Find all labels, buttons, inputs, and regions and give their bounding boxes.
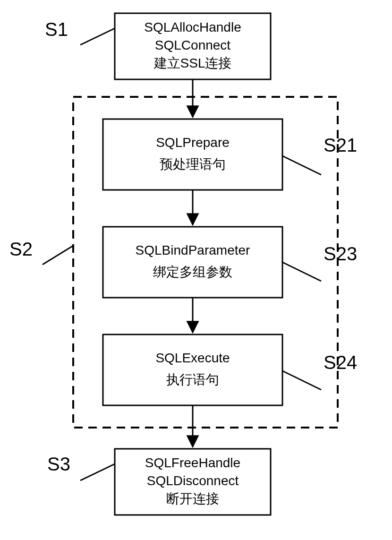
node-s3-line2: SQLDisconnect bbox=[147, 473, 239, 488]
flowchart: SQLAllocHandle SQLConnect 建立SSL连接 S1 S2 … bbox=[0, 0, 392, 540]
node-s21-line1: SQLPrepare bbox=[156, 135, 230, 150]
node-s3-line1: SQLFreeHandle bbox=[145, 455, 240, 470]
svg-rect-3 bbox=[103, 334, 282, 405]
node-s3: SQLFreeHandle SQLDisconnect 断开连接 bbox=[115, 449, 271, 515]
node-s24-line1: SQLExecute bbox=[155, 351, 230, 365]
svg-rect-2 bbox=[103, 227, 282, 298]
node-s1: SQLAllocHandle SQLConnect 建立SSL连接 bbox=[115, 13, 271, 79]
node-s1-line2: SQLConnect bbox=[155, 38, 231, 52]
node-s1-line1: SQLAllocHandle bbox=[144, 20, 241, 34]
node-s23: SQLBindParameter 绑定多组参数 bbox=[103, 227, 282, 298]
leader-s23 bbox=[282, 262, 321, 281]
leader-s2 bbox=[43, 246, 73, 265]
node-s23-line1: SQLBindParameter bbox=[136, 243, 250, 257]
leader-s21 bbox=[282, 156, 321, 175]
node-s21: SQLPrepare 预处理语句 bbox=[103, 119, 282, 190]
label-s3: S3 bbox=[47, 454, 70, 474]
node-s1-line3: 建立SSL连接 bbox=[153, 56, 232, 70]
label-s21: S21 bbox=[324, 135, 357, 155]
node-s24-line2: 执行语句 bbox=[166, 372, 219, 387]
label-s24: S24 bbox=[324, 352, 357, 373]
leader-s3 bbox=[80, 464, 115, 480]
svg-rect-1 bbox=[103, 119, 282, 190]
leader-s1 bbox=[80, 28, 115, 45]
node-s24: SQLExecute 执行语句 bbox=[103, 334, 282, 405]
node-s3-line3: 断开连接 bbox=[166, 491, 219, 506]
node-s21-line2: 预处理语句 bbox=[160, 157, 226, 171]
label-s23: S23 bbox=[324, 243, 357, 264]
node-s23-line2: 绑定多组参数 bbox=[153, 265, 232, 279]
label-s2: S2 bbox=[9, 239, 33, 259]
label-s1: S1 bbox=[45, 19, 68, 40]
leader-s24 bbox=[282, 371, 321, 390]
